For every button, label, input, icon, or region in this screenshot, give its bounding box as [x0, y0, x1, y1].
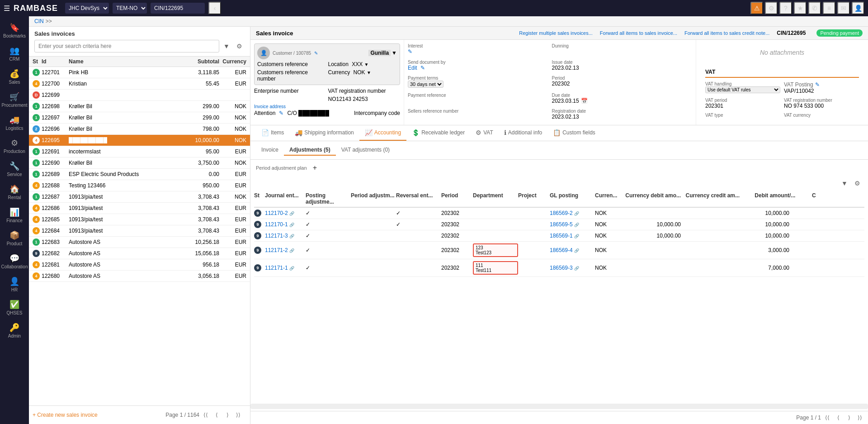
calendar-icon[interactable]: 📅	[581, 98, 588, 104]
sidebar-item-logistics[interactable]: 🚚 Logistics	[2, 112, 27, 133]
send-doc-edit-icon[interactable]: ✎	[420, 65, 425, 71]
adj-next-btn[interactable]: ⟩	[844, 413, 854, 422]
table-row[interactable]: 1 122687 10913/pia/test 3,708.43 NOK	[29, 191, 250, 203]
table-row[interactable]: 1 122698 Krøller Bil 299.00 NOK	[29, 101, 250, 112]
table-row[interactable]: 4 122686 10913/pia/test 3,708.43 EUR	[29, 203, 250, 214]
sidebar-item-finance[interactable]: 📊 Finance	[2, 205, 27, 226]
action-forward-credit[interactable]: Forward all items to sales credit note..…	[684, 30, 769, 36]
sidebar-item-crm[interactable]: 👥 CRM	[2, 43, 27, 64]
tab-items[interactable]: 📄 Items	[256, 125, 289, 141]
vat-reg-label: VAT registration number	[328, 88, 401, 94]
table-row[interactable]: 1 122689 ESP Electric Sound Products 0.0…	[29, 169, 250, 180]
vat-posting-edit-icon[interactable]: ✎	[815, 81, 820, 88]
vat-handling-select[interactable]: Use default VAT rules	[705, 86, 780, 93]
tab-receivable[interactable]: 💲 Receivable ledger	[406, 125, 470, 141]
top-navigation: ☰ RAMBASE JHC DevSys TEM-NO ‹ ⚠ ⚙ ? ★ ✆ …	[0, 0, 868, 16]
sub-tab-vat-adj[interactable]: VAT adjustments (0)	[336, 145, 395, 156]
currency-dropdown-btn[interactable]: ▼	[367, 70, 371, 75]
table-row[interactable]: 4 122685 10913/pia/test 3,708.43 EUR	[29, 214, 250, 225]
add-period-btn[interactable]: +	[311, 163, 320, 172]
person-icon-btn[interactable]: 👤	[852, 2, 864, 14]
sidebar-item-admin[interactable]: 🔑 Admin	[2, 320, 27, 341]
adj-col-curr: Curren...	[595, 192, 622, 205]
table-row[interactable]: 4 122700 Kristian 55.45 EUR	[29, 78, 250, 90]
sidebar-item-collaboration[interactable]: 💬 Collaboration	[2, 251, 27, 272]
sidebar-item-production[interactable]: ⚙ Production	[2, 135, 27, 157]
interest-edit-icon[interactable]: ✎	[408, 48, 412, 55]
sidebar-item-sales[interactable]: 💰 Sales	[2, 66, 27, 87]
customer-edit-icon[interactable]: ✎	[314, 51, 318, 56]
vat-handling-field: VAT handling Use default VAT rules	[705, 81, 780, 94]
settings-icon-btn[interactable]: ⚙	[765, 2, 778, 14]
tab-accounting[interactable]: 📈 Accounting	[359, 125, 406, 141]
create-invoice-link[interactable]: + Create new sales invoice	[33, 412, 98, 418]
adj-prev-btn[interactable]: ⟨	[834, 413, 843, 422]
payment-terms-select[interactable]: 30 days net	[408, 81, 443, 88]
row-name: 10913/pia/test	[69, 228, 183, 234]
send-doc-edit-link[interactable]: Edit	[408, 65, 417, 71]
adj-settings-icon[interactable]: ⚙	[852, 178, 863, 189]
tab-vat[interactable]: ⚙ VAT	[470, 125, 499, 141]
sidebar-item-rental[interactable]: 🏠 Rental	[2, 181, 27, 203]
action-register[interactable]: Register multiple sales invoices...	[519, 30, 593, 36]
table-row[interactable]: 1 122690 Krøller Bil 3,750.00 NOK	[29, 157, 250, 169]
table-row[interactable]: 1 122697 Krøller Bil 299.00 NOK	[29, 112, 250, 124]
table-row[interactable]: 1 122683 Autostore AS 10,256.18 EUR	[29, 237, 250, 248]
filter-icon-btn[interactable]: ▼	[221, 41, 232, 52]
table-row[interactable]: 4 122695 ██████████ 10,000.00 NOK	[29, 135, 250, 146]
table-row[interactable]: 9 122682 Autostore AS 15,056.18 EUR	[29, 248, 250, 259]
invoice-address-link[interactable]: Invoice address	[254, 104, 400, 109]
back-button[interactable]: ‹	[208, 2, 221, 14]
prev-page-btn[interactable]: ⟨	[212, 410, 221, 419]
table-row[interactable]: 1 122691 incotermslast 95.00 EUR	[29, 146, 250, 157]
sidebar-item-procurement[interactable]: 🛒 Procurement	[2, 89, 27, 110]
adj-filter-icon[interactable]: ▼	[839, 178, 850, 189]
tab-additional[interactable]: ℹ Additional info	[499, 125, 547, 141]
row-subtotal: 3,708.43	[183, 228, 219, 234]
status-badge: Pending payment	[816, 29, 863, 37]
table-row[interactable]: 4 122681 Autostore AS 956.18 EUR	[29, 259, 250, 271]
table-row[interactable]: 4 122684 10913/pia/test 3,708.43 EUR	[29, 225, 250, 237]
company-select[interactable]: JHC DevSys	[65, 3, 109, 14]
adj-first-btn[interactable]: ⟨⟨	[823, 413, 832, 422]
customer-dropdown-btn[interactable]: ▼	[392, 50, 397, 56]
menu-icon-btn[interactable]: ≡	[823, 2, 835, 14]
table-row[interactable]: 4 122688 Testing 123466 950.00 EUR	[29, 180, 250, 191]
breadcrumb-input[interactable]	[151, 3, 205, 14]
sidebar-item-hr[interactable]: 👤 HR	[2, 274, 27, 295]
horizontal-scrollbar[interactable]	[250, 404, 868, 409]
sidebar-item-service[interactable]: 🔧 Service	[2, 158, 27, 180]
sidebar-item-qhses[interactable]: ✅ QHSES	[2, 297, 27, 318]
sub-tab-adjustments[interactable]: Adjustments (5)	[284, 145, 336, 156]
help-icon-btn[interactable]: ?	[779, 2, 792, 14]
sub-tab-invoice[interactable]: Invoice	[256, 145, 284, 156]
vat-type-label: VAT type	[705, 113, 780, 118]
sidebar-item-product[interactable]: 📦 Product	[2, 228, 27, 249]
tab-shipping[interactable]: 🚚 Shipping information	[289, 125, 359, 141]
region-select[interactable]: TEM-NO	[113, 3, 147, 14]
location-dropdown-btn[interactable]: ▼	[364, 62, 369, 67]
tab-custom[interactable]: 📋 Custom fields	[547, 125, 601, 141]
sidebar-item-bookmarks[interactable]: 🔖 Bookmarks	[2, 20, 27, 41]
next-page-btn[interactable]: ⟩	[223, 410, 232, 419]
last-page-btn[interactable]: ⟩⟩	[234, 410, 243, 419]
first-page-btn[interactable]: ⟨⟨	[201, 410, 210, 419]
star-icon-btn[interactable]: ★	[794, 2, 807, 14]
settings-icon-btn-list[interactable]: ⚙	[234, 41, 245, 52]
attention-edit[interactable]: ✎	[279, 110, 283, 116]
alert-icon-btn[interactable]: ⚠	[750, 2, 763, 14]
action-forward-invoice[interactable]: Forward all items to sales invoice...	[600, 30, 677, 36]
phone-icon-btn[interactable]: ✆	[808, 2, 821, 14]
mail-icon-btn[interactable]: ✉	[837, 2, 850, 14]
search-input[interactable]	[34, 40, 219, 52]
sidebar-label-service: Service	[7, 172, 22, 177]
adj-last-btn[interactable]: ⟩⟩	[855, 413, 864, 422]
row-status-badge: 1	[33, 114, 40, 121]
table-row[interactable]: 1 122701 Pink HB 3,118.85 EUR	[29, 67, 250, 78]
table-row[interactable]: D 122699	[29, 90, 250, 101]
row-id: 122688	[42, 182, 69, 189]
table-row[interactable]: 4 122680 Autostore AS 3,056.18 EUR	[29, 271, 250, 282]
breadcrumb-cin[interactable]: CIN	[34, 18, 44, 24]
table-row[interactable]: 2 122696 Krøller Bil 798.00 NOK	[29, 124, 250, 135]
hamburger-menu[interactable]: ☰	[4, 4, 10, 13]
